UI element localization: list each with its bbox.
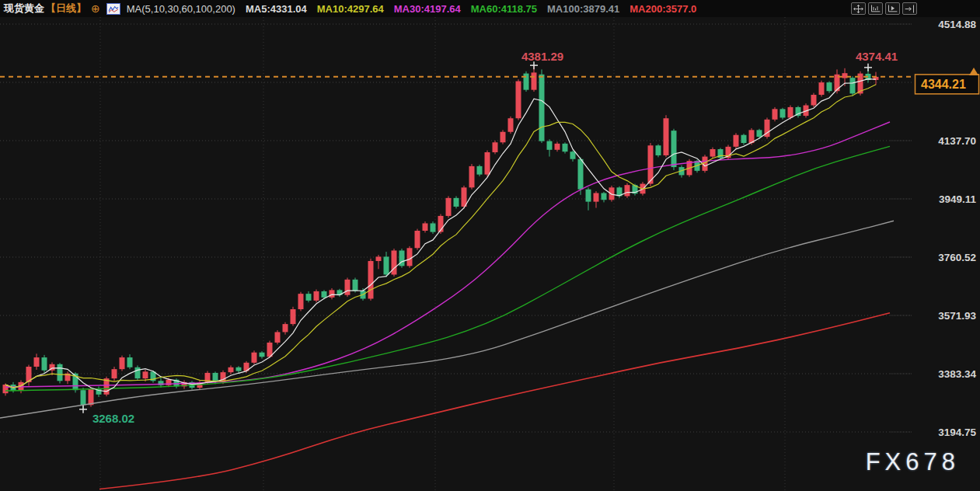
trading-chart-window: { "header": { "symbol": "现货黄金", "period"… [0,0,980,491]
candle-body [353,280,358,291]
candle-body [508,118,514,131]
candle-body [493,142,498,152]
peak-price-label: 4381.29 [521,50,563,63]
candle-body [594,193,599,201]
candle-body [741,135,747,143]
candle-body [485,152,490,175]
candlestick-series [3,65,879,409]
candle-body [578,159,584,190]
ma-value-label: MA10:4297.64 [317,3,384,15]
current-price-tag: 4344.21 [915,75,979,94]
candle-body [236,367,242,371]
candle-body [143,371,148,378]
candle-body [555,144,560,150]
ma-value-label: MA30:4197.64 [394,3,461,15]
candle-body [345,280,350,295]
ma-value-label: MA100:3879.41 [547,3,619,15]
candle-body [788,107,793,118]
candle-body [368,261,374,299]
candle-body [757,130,762,137]
pan-crosshair-icon[interactable] [851,2,866,15]
candle-body [431,223,436,232]
ma30-line [5,122,890,387]
candle-body [462,187,467,207]
ma-value-label: MA200:3577.0 [630,3,696,15]
price-axis-label: 3949.11 [939,193,977,205]
recent-high-label: 4374.41 [856,50,898,63]
ma-settings-label: MA(5,10,30,60,100,200) [127,3,235,15]
candle-body [81,390,86,405]
candle-body [42,357,47,371]
candle-body [291,309,296,324]
candle-body [446,198,452,216]
candle-body [539,75,545,141]
candle-body [392,250,397,274]
candle-body [772,109,778,120]
candle-body [260,353,265,357]
price-axis-label: 3194.75 [938,427,976,438]
candle-body [407,248,413,266]
candle-body [228,367,234,372]
price-axis-label: 4137.70 [938,135,976,147]
candle-body [500,132,506,143]
candle-body [664,118,669,155]
ma100-line [0,221,894,418]
candle-body [89,389,94,406]
price-axis-label: 4514.88 [938,19,976,30]
candle-body [827,82,832,91]
ma-value-labels: MA5:4331.04MA10:4297.64MA30:4197.64MA60:… [235,3,696,15]
swing-low-label: 3268.02 [92,412,134,425]
candle-body [625,185,630,196]
ma5-line [5,79,876,392]
price-axis-label: 3571.93 [938,310,976,322]
candle-body [516,82,521,119]
price-marker-cross [864,64,872,71]
candle-body [423,223,428,231]
candlestick-chart-canvas[interactable]: 4514.884137.703949.113760.523571.933383.… [0,0,980,491]
candle-body [648,145,654,183]
candle-body [671,131,677,167]
candle-body [469,166,475,187]
symbol-title: 现货黄金 [4,2,44,16]
y-axis-bars-icon[interactable] [868,2,883,15]
price-marker-cross [79,406,87,413]
chart-style-icon[interactable] [106,3,120,15]
ma-value-label: MA60:4118.75 [471,3,537,15]
candle-body [252,353,257,363]
ma10-line [5,85,876,388]
candle-body [547,141,553,150]
candle-body [524,74,529,90]
time-gridlines [100,17,785,491]
candle-body [819,82,825,95]
ma-value-label: MA5:4331.04 [246,3,307,15]
snap-latest-icon[interactable] [902,2,917,15]
candle-body [283,324,288,332]
current-price-value: 4344.21 [921,78,966,91]
crosshair-target-icon[interactable]: ⊕ [91,3,100,14]
watermark: FX678 [866,448,960,476]
candle-body [563,144,568,151]
candle-body [3,385,9,393]
candle-body [298,294,304,309]
candle-body [112,369,117,378]
candle-body [570,151,576,159]
candle-body [415,231,420,248]
candle-body [384,256,389,274]
alert-marker-icon[interactable] [969,68,978,75]
chart-toolbar [851,2,917,15]
chart-header: 现货黄金 【日线】 ⊕ MA(5,10,30,60,100,200) MA5:4… [0,0,980,17]
ma60-line [5,146,890,391]
candle-body [586,190,591,202]
price-axis-label: 3760.52 [938,252,976,263]
y-axis-play-icon[interactable] [885,2,900,15]
period-label: 【日线】 [46,2,86,16]
candle-body [811,95,817,106]
candle-body [609,187,615,200]
candle-body [120,357,125,369]
candle-body [275,332,281,343]
candle-body [850,78,856,93]
candle-body [477,166,483,175]
candle-body [322,291,327,298]
candle-body [602,193,607,200]
candle-body [454,198,459,207]
